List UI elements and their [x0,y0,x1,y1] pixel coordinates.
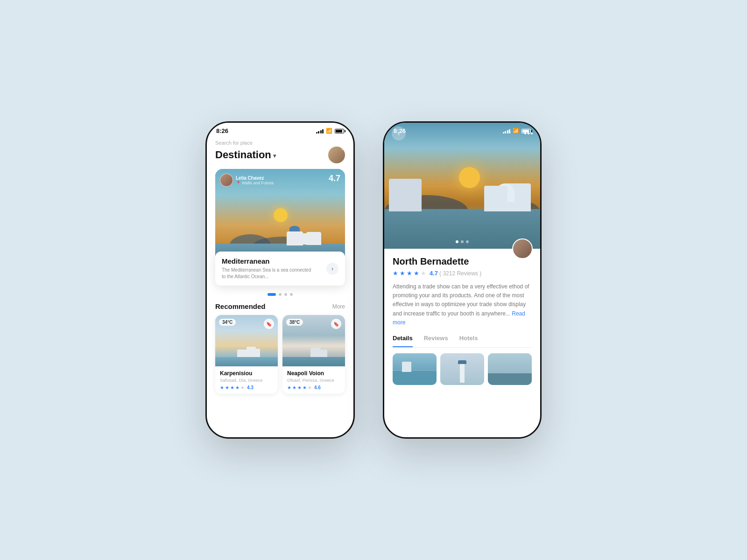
card-rating: 4.7 [329,174,340,183]
destination-title[interactable]: Destination ▾ [215,149,276,161]
popup-arrow-button[interactable]: › [326,263,338,275]
mini-card-sub-2: Ofsasf, Perissa, Greece [287,378,340,383]
time-right: 8:26 [394,127,406,134]
signal-icon-right [503,129,511,133]
user-avatar[interactable] [328,147,345,163]
mini-water-1 [215,357,278,366]
mini-card-title-2: Neapoli Voion [287,370,340,377]
sun-decoration [274,208,288,222]
hero-sun [459,167,480,188]
battery-icon [335,129,344,133]
featured-card[interactable]: Lelia Chavez 📍 Wallis and Futuna 4.7 Med… [215,169,345,272]
lighthouse-top [458,360,466,364]
star-2-1: ★ [287,385,291,390]
recommended-title: Recommended [215,302,266,310]
right-content: ‹ North Bernadette ★ ★ ★ [384,123,540,420]
dot-2[interactable] [279,293,282,296]
mini-card-img-2: 38°C 🔖 [282,315,345,366]
detail-title: North Bernadette [393,256,532,267]
building-decoration-3 [306,232,321,245]
detail-tabs: Details Reviews Hotels [393,335,532,348]
left-content: Search for place Destination ▾ [207,137,353,434]
detail-review-count: ( 3212 Reviews ) [439,270,481,277]
time-left: 8:26 [216,127,228,134]
star-2-5: ★ [308,385,312,390]
hero-building-2 [484,186,507,211]
card-info-popup: Mediterranean The Mediterranean Sea is a… [215,252,345,286]
tab-hotels[interactable]: Hotels [459,335,478,347]
popup-desc: The Mediterranean Sea is a sea connected… [222,267,315,280]
star-1-1: ★ [220,385,224,390]
dot-1[interactable] [268,293,276,296]
dot-3[interactable] [284,293,287,296]
card-user-location: 📍 Wallis and Futuna [236,181,274,185]
recommended-cards: 34°C 🔖 Karpenisiou Safosad, Oia, Greece … [215,315,345,394]
mini-card-sub-1: Safosad, Oia, Greece [220,378,273,383]
chevron-down-icon: ▾ [273,153,276,159]
mini-card-body-2: Neapoli Voion Ofsasf, Perissa, Greece ★ … [282,366,345,394]
hero-dot-2[interactable] [461,240,464,243]
mini-card-title-1: Karpenisiou [220,370,273,377]
card-user-avatar [220,174,233,187]
status-bar-right: 8:26 📶 [384,123,540,137]
more-button[interactable]: More [332,303,345,310]
destination-row: Destination ▾ [215,147,345,163]
detail-stars-row: ★ ★ ★ ★ ★ 4.7 ( 3212 Reviews ) [393,270,532,277]
battery-icon-right [521,129,531,133]
d-star-3: ★ [407,270,412,277]
star-2-3: ★ [297,385,302,390]
card-user-name: Lelia Chavez [236,175,274,181]
hero-building-3 [389,179,422,211]
mini-water-2 [282,357,345,366]
photo-strip [393,348,532,388]
dot-4[interactable] [290,293,293,296]
photo-thumb-1[interactable] [393,353,437,385]
notification-dot [341,147,345,150]
tab-details[interactable]: Details [393,335,413,347]
d-star-5: ★ [421,270,426,277]
star-1-2: ★ [225,385,229,390]
detail-card: North Bernadette ★ ★ ★ ★ ★ 4.7 ( 3212 Re… [384,249,540,388]
signal-icon [316,129,324,133]
hero-dot-1[interactable] [456,240,458,243]
temp-badge-2: 38°C [286,319,303,326]
dome-decoration [289,226,300,231]
d-star-1: ★ [393,270,398,277]
stars-row-2: ★ ★ ★ ★ ★ 4.6 [287,385,340,390]
photo-thumb-2[interactable] [440,353,484,385]
carousel-dots [215,293,345,296]
popup-text: Mediterranean The Mediterranean Sea is a… [222,257,315,280]
phone-left: 8:26 📶 Search for place Destination ▾ [205,121,355,439]
detail-rating-value: 4.7 [430,270,438,277]
status-bar-left: 8:26 📶 [207,123,353,137]
hero-image: ‹ [384,123,540,249]
mini-card-img-1: 34°C 🔖 [215,315,278,366]
hero-dot-3[interactable] [466,240,469,243]
bookmark-button-1[interactable]: 🔖 [264,319,274,329]
recommended-card-1[interactable]: 34°C 🔖 Karpenisiou Safosad, Oia, Greece … [215,315,278,394]
mini-card-body-1: Karpenisiou Safosad, Oia, Greece ★ ★ ★ ★… [215,366,278,394]
star-2-4: ★ [303,385,307,390]
rating-num-2: 4.6 [314,385,321,390]
detail-avatar [512,238,533,259]
status-icons-left: 📶 [316,128,345,134]
wifi-icon: 📶 [326,128,332,134]
status-icons-right: 📶 [503,128,531,134]
rating-num-1: 4.3 [247,385,254,390]
detail-description: Attending a trade show can be a very eff… [393,282,532,327]
hero-carousel-dots [456,240,469,243]
tab-reviews[interactable]: Reviews [424,335,448,347]
temp-badge-1: 34°C [219,319,236,326]
photo-thumb-3[interactable] [488,353,532,385]
d-star-4: ★ [414,270,419,277]
location-icon: 📍 [236,181,241,185]
bookmark-button-2[interactable]: 🔖 [331,319,341,329]
search-label: Search for place [215,140,345,146]
lighthouse-decoration [460,364,465,383]
stars-row-1: ★ ★ ★ ★ ★ 4.3 [220,385,273,390]
wifi-icon-right: 📶 [513,128,519,134]
phone-right: 8:26 📶 [383,121,542,439]
recommended-card-2[interactable]: 38°C 🔖 Neapoli Voion Ofsasf, Perissa, Gr… [282,315,345,394]
recommended-header: Recommended More [215,302,345,310]
card-user-info: Lelia Chavez 📍 Wallis and Futuna [236,175,274,185]
